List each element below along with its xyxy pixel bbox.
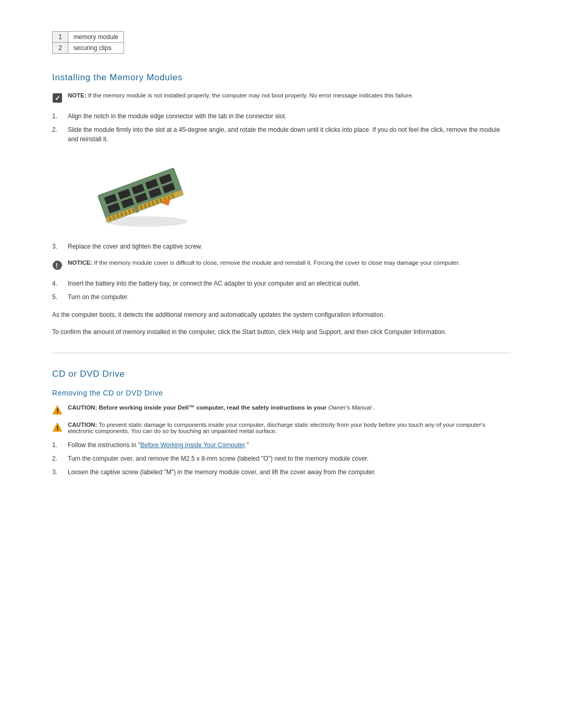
confirm-para: To confirm the amount of memory installe… (52, 327, 511, 337)
table-row: 1 memory module (53, 32, 124, 43)
memory-module-illustration (83, 156, 188, 229)
memory-image-container (83, 156, 511, 229)
boot-para: As the computer boots, it detects the ad… (52, 310, 511, 320)
step-item: 2. Turn the computer over, and remove th… (52, 454, 511, 463)
step-item: 3. Loosen the captive screw (labeled "M"… (52, 467, 511, 477)
row-num: 2 (53, 43, 68, 54)
cddvd-heading: CD or DVD Drive (52, 369, 511, 379)
caution-icon-1: ! (52, 405, 63, 415)
svg-text:!: ! (56, 262, 58, 269)
cddvd-steps: 1. Follow the instructions in "Before Wo… (52, 440, 511, 477)
svg-text:!: ! (57, 408, 59, 415)
svg-text:✓: ✓ (55, 94, 60, 102)
installing-heading: Installing the Memory Modules (52, 72, 511, 83)
step-item: 1. Follow the instructions in "Before Wo… (52, 440, 511, 450)
parts-table: 1 memory module 2 securing clips (52, 31, 124, 54)
notice-block: ! NOTICE: If the memory module cover is … (52, 260, 511, 270)
caution-icon-2: ! (52, 422, 63, 433)
notice-text: NOTICE: If the memory module cover is di… (68, 260, 460, 266)
caution-block-2: ! CAUTION: To prevent static damage to c… (52, 422, 511, 434)
install-steps-3: 4. Insert the battery into the battery b… (52, 279, 511, 302)
step-item: 4. Insert the battery into the battery b… (52, 279, 511, 288)
svg-text:!: ! (57, 425, 59, 432)
removing-subheading: Removing the CD or DVD Drive (52, 389, 511, 397)
table-row: 2 securing clips (53, 43, 124, 54)
section-divider (52, 353, 511, 353)
note-icon: ✓ (52, 93, 63, 103)
step-item: 3. Replace the cover and tighten the cap… (52, 242, 511, 251)
note-block: ✓ NOTE: If the memory module is not inst… (52, 92, 511, 103)
row-label: memory module (68, 32, 124, 43)
caution-1-text: CAUTION: Before working inside your Dell… (68, 404, 375, 411)
caution-2-text: CAUTION: To prevent static damage to com… (68, 422, 511, 434)
step-item: 2. Slide the module firmly into the slot… (52, 125, 511, 144)
note-text: NOTE: If the memory module is not instal… (68, 92, 413, 98)
step-item: 5. Turn on the computer. (52, 292, 511, 302)
row-num: 1 (53, 32, 68, 43)
install-steps-1: 1. Align the notch in the module edge co… (52, 112, 511, 144)
install-steps-2: 3. Replace the cover and tighten the cap… (52, 242, 511, 251)
step-item: 1. Align the notch in the module edge co… (52, 112, 511, 121)
before-working-link[interactable]: Before Working Inside Your Computer (140, 441, 245, 449)
caution-block-1: ! CAUTION: Before working inside your De… (52, 404, 511, 415)
row-label: securing clips (68, 43, 124, 54)
notice-icon: ! (52, 260, 63, 270)
